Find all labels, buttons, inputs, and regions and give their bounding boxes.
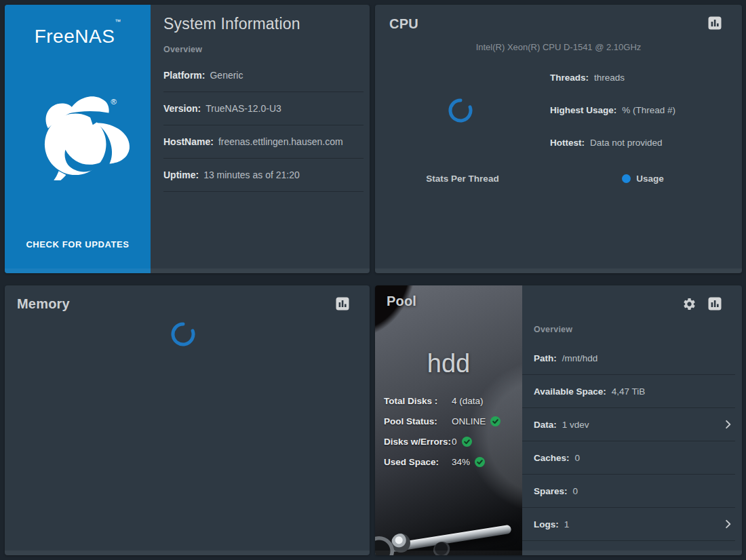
check-circle-icon — [475, 457, 485, 467]
spares-row: Spares: 0 — [522, 475, 735, 508]
platform-row: Platform: Generic — [163, 59, 364, 92]
chevron-right-icon[interactable] — [722, 419, 734, 431]
cpu-model-label: Intel(R) Xeon(R) CPU D-1541 @ 2.10GHz — [375, 42, 742, 52]
caches-row: Caches: 0 — [522, 441, 735, 475]
loading-spinner — [171, 322, 195, 349]
threads-row: Threads: threads — [550, 70, 675, 85]
registered-symbol: ® — [111, 97, 117, 106]
hottest-row: Hottest: Data not provided — [550, 135, 675, 150]
usage-legend-label: Usage — [636, 174, 664, 184]
pool-card: Pool hdd Total Disks : 4 (data) Pool Sta… — [375, 285, 742, 555]
data-vdev-row[interactable]: Data: 1 vdev — [522, 408, 735, 441]
check-for-updates-button[interactable]: CHECK FOR UPDATES — [5, 239, 151, 250]
pool-stats: Total Disks : 4 (data) Pool Status: ONLI… — [384, 391, 519, 472]
hostname-row: HostName: freenas.ettlingen.hausen.com — [163, 125, 364, 159]
highest-usage-row: Highest Usage: % (Thread #) — [550, 102, 675, 117]
cpu-stats-rows: Threads: threads Highest Usage: % (Threa… — [550, 70, 675, 167]
memory-card: Memory — [5, 285, 370, 555]
system-info-rows: Platform: Generic Version: TrueNAS-12.0-… — [163, 59, 364, 192]
freenas-brand-panel: FreeNAS™ ® CHECK — [5, 5, 151, 273]
system-info-title: System Information — [163, 15, 364, 33]
pool-detail-rows: Path: /mnt/hdd Available Space: 4,47 TiB… — [522, 342, 735, 541]
check-circle-icon — [462, 437, 472, 447]
pool-title: Pool — [387, 294, 416, 309]
used-space-row: Used Space: 34% — [384, 452, 519, 472]
disk-spindle — [375, 536, 394, 555]
pool-name: hdd — [375, 349, 522, 378]
memory-title: Memory — [17, 296, 349, 312]
available-space-row: Available Space: 4,47 TiB — [522, 375, 735, 408]
pool-details-panel: Overview Path: /mnt/hdd Available Space:… — [522, 285, 742, 555]
system-info-content: System Information Overview Platform: Ge… — [151, 5, 370, 273]
freenas-wordmark: FreeNAS™ — [5, 18, 151, 47]
settings-gear-icon[interactable] — [682, 297, 696, 311]
stats-per-thread-label: Stats Per Thread — [375, 174, 550, 184]
cpu-title: CPU — [389, 16, 722, 32]
system-information-card: FreeNAS™ ® CHECK — [5, 5, 370, 273]
freenas-shark-icon: ® — [33, 94, 134, 180]
usage-legend: Usage — [550, 174, 736, 184]
cpu-card: CPU Intel(R) Xeon(R) CPU D-1541 @ 2.10GH… — [375, 5, 742, 273]
logs-row[interactable]: Logs: 1 — [522, 508, 735, 541]
disks-errors-row: Disks w/Errors: 0 — [384, 431, 519, 452]
brand-name: FreeNAS — [35, 26, 115, 47]
usage-legend-dot — [622, 174, 631, 183]
version-row: Version: TrueNAS-12.0-U3 — [163, 92, 364, 125]
chevron-right-icon[interactable] — [722, 519, 734, 530]
freenas-dashboard: FreeNAS™ ® CHECK — [0, 0, 746, 560]
bar-chart-icon[interactable] — [336, 297, 349, 311]
disk-screw — [391, 534, 410, 553]
disk-knob — [433, 542, 451, 555]
bar-chart-icon[interactable] — [708, 297, 722, 311]
overview-label: Overview — [163, 45, 364, 54]
pool-status-row: Pool Status: ONLINE — [384, 411, 519, 431]
loading-spinner — [448, 98, 473, 125]
bar-chart-icon[interactable] — [708, 16, 722, 30]
pool-disk-photo: Pool hdd Total Disks : 4 (data) Pool Sta… — [375, 285, 522, 555]
trademark-symbol: ™ — [115, 18, 121, 25]
overview-label: Overview — [534, 325, 735, 336]
total-disks-row: Total Disks : 4 (data) — [384, 391, 519, 411]
check-circle-icon — [490, 416, 500, 426]
path-row: Path: /mnt/hdd — [522, 342, 735, 375]
uptime-row: Uptime: 13 minutes as of 21:20 — [163, 159, 364, 192]
